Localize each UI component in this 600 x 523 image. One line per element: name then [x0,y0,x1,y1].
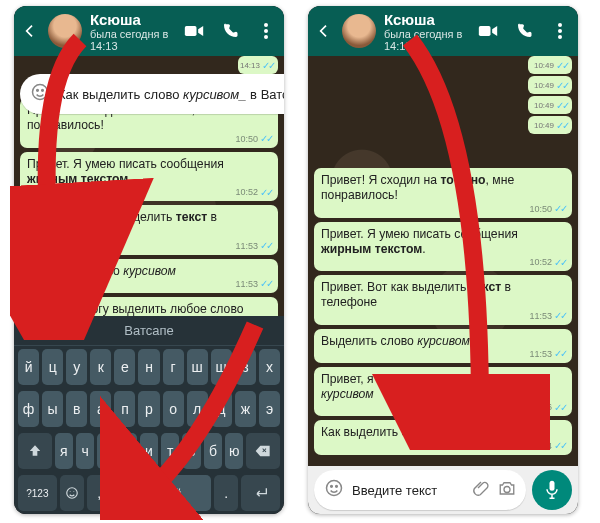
key-ф[interactable]: ф [18,391,39,427]
last-seen: была сегодня в 14:13 [384,28,470,52]
key-л[interactable]: л [187,391,208,427]
svg-point-7 [67,488,78,499]
key-ы[interactable]: ы [42,391,63,427]
key-о[interactable]: о [163,391,184,427]
key-е[interactable]: е [114,349,135,385]
key-г[interactable]: г [163,349,184,385]
more-icon[interactable] [256,21,276,41]
video-call-icon[interactable] [184,21,204,41]
shift-key[interactable] [18,433,52,469]
chat-area[interactable]: 10:49✓✓ 10:49✓✓ 10:49✓✓ 10:49✓✓ Привет! … [308,56,578,470]
avatar[interactable] [342,14,376,48]
message-bubble[interactable]: Привет. Вот как выделить текст в телефон… [314,275,572,325]
comma-key[interactable]: , [87,475,111,511]
key-х[interactable]: х [259,349,280,385]
read-ticks-icon: ✓✓ [554,203,566,216]
message-bubble[interactable]: Выделить слово курсивом11:53✓✓ [20,259,278,293]
key-д[interactable]: д [211,391,232,427]
message-bubble[interactable]: Привет. Вот как выделить текст в телефон… [20,205,278,255]
svg-point-3 [264,35,268,39]
key-у[interactable]: у [66,349,87,385]
key-т[interactable]: т [161,433,179,469]
voice-button[interactable] [532,470,572,510]
svg-point-10 [558,29,562,33]
message-bubble[interactable]: Привет, я могу выделить любое слово курс… [314,367,572,417]
svg-point-13 [331,486,333,488]
key-ж[interactable]: ж [235,391,256,427]
key-к[interactable]: к [90,349,111,385]
camera-icon[interactable] [498,480,516,500]
phone-right: Ксюша была сегодня в 14:13 10:49✓✓ 10:49… [308,6,578,514]
key-с[interactable]: с [97,433,115,469]
message-list: Привет! Я сходил на то кино, мне понрави… [308,56,578,470]
key-и[interactable]: и [140,433,158,469]
avatar[interactable] [48,14,82,48]
key-щ[interactable]: щ [211,349,232,385]
symbols-key[interactable]: ?123 [18,475,57,511]
message-time: 14:14 [529,441,552,452]
space-key[interactable]: Русский [114,475,211,511]
svg-point-12 [327,481,342,496]
svg-rect-16 [550,481,555,491]
message-input[interactable]: Как выделить слово курсивом_ в Ватсапе [20,74,284,114]
key-н[interactable]: н [138,349,159,385]
svg-point-1 [264,23,268,27]
key-я[interactable]: я [55,433,73,469]
svg-point-5 [37,90,39,92]
period-key[interactable]: . [214,475,238,511]
key-м[interactable]: м [119,433,137,469]
voice-call-icon[interactable] [220,21,240,41]
message-input[interactable]: Введите текст [314,470,526,510]
key-в[interactable]: в [66,391,87,427]
composer-row: Введите текст [308,466,578,514]
last-seen: была сегодня в 14:13 [90,28,176,52]
keyboard: Ватсапе йцукенгшщзх фывапролджэ ячсмитьб… [14,316,284,514]
enter-key[interactable] [241,475,280,511]
contact-name[interactable]: Ксюша [90,11,176,28]
back-icon[interactable] [22,23,40,39]
message-bubble[interactable]: Привет, я могу выделить любое слово курс… [20,297,278,316]
key-р[interactable]: р [138,391,159,427]
read-ticks-icon: ✓✓ [260,278,272,291]
video-call-icon[interactable] [478,21,498,41]
chat-area[interactable]: 14:13✓✓ Привет! Я сходил на то кино, мне… [14,56,284,316]
message-bubble[interactable]: Как выделить слово курсивом в Ватсапе14:… [314,420,572,454]
key-ч[interactable]: ч [76,433,94,469]
input-placeholder: Введите текст [352,483,464,498]
svg-point-4 [33,85,48,100]
contact-name[interactable]: Ксюша [384,11,470,28]
emoji-icon[interactable] [324,478,344,502]
key-ь[interactable]: ь [182,433,200,469]
message-time: 10:52 [235,187,258,198]
message-time: 11:53 [235,279,258,290]
more-icon[interactable] [550,21,570,41]
key-з[interactable]: з [235,349,256,385]
key-а[interactable]: а [90,391,111,427]
key-ш[interactable]: ш [187,349,208,385]
key-э[interactable]: э [259,391,280,427]
message-bubble[interactable]: Привет. Я умею писать сообщения жирным т… [20,152,278,202]
emoji-key[interactable] [60,475,84,511]
key-п[interactable]: п [114,391,135,427]
attach-icon[interactable] [472,479,490,501]
svg-point-9 [558,23,562,27]
svg-point-2 [264,29,268,33]
svg-point-15 [504,487,510,493]
message-bubble[interactable]: Выделить слово курсивом11:53✓✓ [314,329,572,363]
chat-header: Ксюша была сегодня в 14:13 [14,6,284,56]
key-й[interactable]: й [18,349,39,385]
voice-call-icon[interactable] [514,21,534,41]
message-bubble[interactable]: Привет. Я умею писать сообщения жирным т… [314,222,572,272]
backspace-key[interactable] [246,433,280,469]
emoji-icon[interactable] [30,82,50,106]
svg-rect-0 [185,26,197,36]
key-ю[interactable]: ю [225,433,243,469]
read-ticks-icon: ✓✓ [554,440,566,453]
phone-left: Ксюша была сегодня в 14:13 14:13✓✓ Приве… [14,6,284,514]
message-bubble[interactable]: Привет! Я сходил на то кино, мне понрави… [314,168,572,218]
keyboard-suggestion[interactable]: Ватсапе [14,316,284,346]
message-time: 11:53 [235,241,258,252]
back-icon[interactable] [316,23,334,39]
key-ц[interactable]: ц [42,349,63,385]
key-б[interactable]: б [204,433,222,469]
